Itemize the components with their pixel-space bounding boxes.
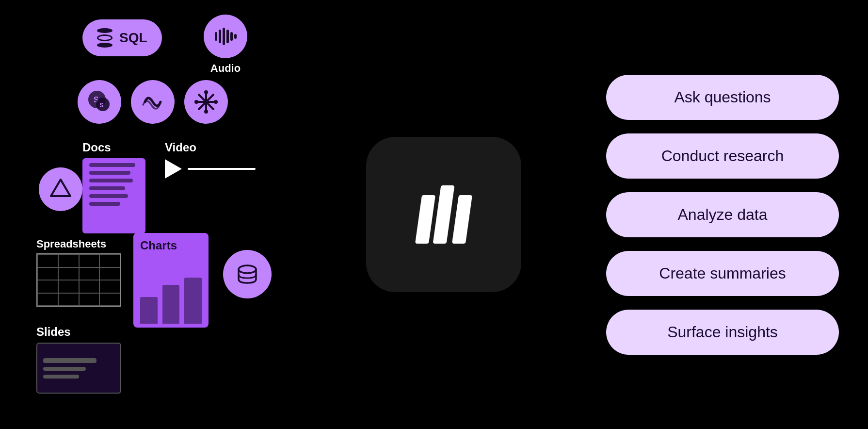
wordware-logo [418, 185, 469, 244]
slides-item: Slides [36, 325, 121, 394]
left-panel: SQL Audio S [29, 0, 281, 429]
capability-label-create-summaries: Create summaries [659, 264, 786, 282]
svg-point-14 [239, 265, 256, 273]
bar-3 [184, 278, 202, 324]
svg-text:S: S [99, 101, 104, 109]
sql-item: SQL [82, 19, 162, 56]
capability-label-conduct-research: Conduct research [661, 147, 784, 165]
snowflake-icon [184, 80, 228, 124]
capability-label-surface-insights: Surface insights [667, 323, 778, 341]
slides-card [36, 343, 121, 394]
bar-chart [140, 275, 202, 324]
center-panel [281, 137, 606, 292]
database-icon [97, 28, 113, 48]
capability-label-analyze-data: Analyze data [677, 206, 767, 224]
google-drive-icon [39, 167, 82, 211]
waveform-icon [215, 28, 237, 45]
logo-stripe-2 [433, 185, 455, 244]
capability-conduct-research[interactable]: Conduct research [606, 133, 839, 179]
sharepoint-icon: S S [78, 80, 121, 124]
svg-point-8 [204, 90, 208, 94]
docs-label: Docs [82, 141, 111, 154]
docs-item: Docs [82, 141, 145, 233]
logo-card [366, 137, 521, 292]
service-icons-row: S S [78, 80, 228, 124]
right-panel: Ask questionsConduct researchAnalyze dat… [606, 75, 839, 355]
capability-ask-questions[interactable]: Ask questions [606, 75, 839, 120]
main-scene: SQL Audio S [0, 0, 868, 429]
audio-item: Audio [204, 15, 247, 75]
video-progress-bar [188, 168, 256, 170]
svg-point-11 [214, 100, 218, 104]
cloud-database-icon [223, 250, 272, 298]
capability-surface-insights[interactable]: Surface insights [606, 310, 839, 355]
spreadsheets-label: Spreadsheets [36, 238, 106, 250]
charts-item: Charts [133, 233, 209, 328]
slides-label: Slides [36, 325, 121, 339]
svg-point-10 [194, 100, 198, 104]
spreadsheet-grid [36, 253, 121, 307]
docs-card [82, 158, 145, 233]
charts-label: Charts [140, 239, 202, 252]
bar-2 [162, 285, 180, 324]
sql-label: SQL [119, 30, 147, 46]
capability-label-ask-questions: Ask questions [674, 88, 771, 106]
capability-analyze-data[interactable]: Analyze data [606, 192, 839, 237]
bar-1 [140, 297, 158, 324]
play-icon [165, 159, 182, 179]
logo-stripe-3 [452, 195, 472, 244]
capability-create-summaries[interactable]: Create summaries [606, 251, 839, 296]
svg-marker-12 [51, 180, 70, 196]
video-label: Video [165, 141, 196, 154]
spreadsheets-item: Spreadsheets [36, 238, 121, 307]
video-player [165, 159, 256, 179]
rippling-icon [131, 80, 175, 124]
audio-icon [204, 15, 247, 58]
audio-label: Audio [210, 62, 241, 75]
logo-stripe-1 [415, 195, 435, 244]
svg-point-9 [204, 110, 208, 114]
video-item: Video [165, 141, 256, 179]
